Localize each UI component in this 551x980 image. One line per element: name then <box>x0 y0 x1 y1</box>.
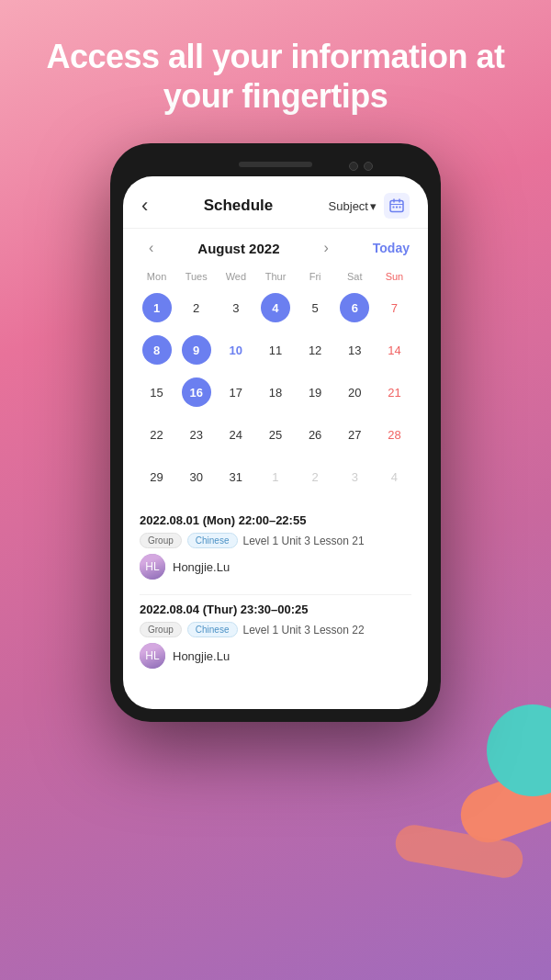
phone-notch <box>123 156 428 176</box>
cal-day-10[interactable]: 10 <box>217 330 254 370</box>
subject-button[interactable]: Subject ▾ <box>329 199 377 213</box>
schedule-list: 2022.08.01 (Mon) 22:00–22:55 Group Chine… <box>123 506 428 709</box>
cal-day-9[interactable]: 9 <box>177 330 215 370</box>
phone-screen: ‹ Schedule Subject ▾ <box>123 176 428 709</box>
lesson-title-2: Level 1 Unit 3 Lesson 22 <box>243 624 365 636</box>
teacher-name-2: Hongjie.Lu <box>173 649 230 663</box>
teacher-name-1: Hongjie.Lu <box>173 560 230 574</box>
schedule-item-2: 2022.08.04 (Thur) 23:30–00:25 Group Chin… <box>140 603 411 669</box>
today-button[interactable]: Today <box>373 241 410 255</box>
calendar-month-year: August 2022 <box>197 241 279 256</box>
hero-text: Access all your information at your fing… <box>0 0 551 134</box>
teacher-row-2: HL Hongjie.Lu <box>140 643 411 669</box>
weekday-tues: Tues <box>177 267 215 286</box>
cal-day-31[interactable]: 31 <box>217 456 254 497</box>
weekday-mon: Mon <box>138 267 175 286</box>
calendar-section: ‹ August 2022 › Today Mon Tues Wed Thur … <box>123 229 428 506</box>
svg-rect-6 <box>399 207 400 208</box>
cal-day-19[interactable]: 19 <box>297 372 334 412</box>
weekday-wed: Wed <box>217 267 254 286</box>
cal-day-sep-2[interactable]: 2 <box>297 456 334 497</box>
cal-day-6[interactable]: 6 <box>336 287 374 328</box>
cal-day-25[interactable]: 25 <box>256 414 294 455</box>
camera-dot-2 <box>364 162 373 171</box>
app-title: Schedule <box>204 197 274 215</box>
app-header: ‹ Schedule Subject ▾ <box>123 176 428 229</box>
cal-day-30[interactable]: 30 <box>177 456 215 497</box>
divider-1 <box>140 594 411 595</box>
weekday-fri: Fri <box>297 267 334 286</box>
cal-day-22[interactable]: 22 <box>138 414 175 455</box>
back-button[interactable]: ‹ <box>141 194 148 218</box>
cal-day-13[interactable]: 13 <box>336 330 374 370</box>
weekday-sun: Sun <box>376 267 413 286</box>
cal-day-21[interactable]: 21 <box>376 372 413 412</box>
cal-day-sep-1[interactable]: 1 <box>256 456 294 497</box>
cal-day-11[interactable]: 11 <box>256 330 294 370</box>
teacher-avatar-1: HL <box>140 554 165 580</box>
lesson-title-1: Level 1 Unit 3 Lesson 21 <box>243 535 365 547</box>
cal-day-27[interactable]: 27 <box>336 414 374 455</box>
cal-day-4[interactable]: 4 <box>256 287 294 328</box>
calendar-grid: Mon Tues Wed Thur Fri Sat Sun 1 2 3 4 5 … <box>138 267 413 497</box>
cal-day-5[interactable]: 5 <box>297 287 334 328</box>
teacher-row-1: HL Hongjie.Lu <box>140 554 411 580</box>
calendar-nav: ‹ August 2022 › Today <box>138 238 413 258</box>
tag-group-2: Group <box>140 622 182 637</box>
avatar-inner-2: HL <box>140 643 165 669</box>
cal-day-24[interactable]: 24 <box>217 414 254 455</box>
svg-rect-4 <box>392 207 394 208</box>
cal-day-3[interactable]: 3 <box>217 287 254 328</box>
avatar-inner-1: HL <box>140 554 165 580</box>
cal-day-18[interactable]: 18 <box>256 372 294 412</box>
schedule-tags-1: Group Chinese Level 1 Unit 3 Lesson 21 <box>140 533 411 548</box>
cal-day-28[interactable]: 28 <box>376 414 413 455</box>
phone-mockup: ‹ Schedule Subject ▾ <box>110 143 441 722</box>
cal-day-15[interactable]: 15 <box>138 372 175 412</box>
tag-chinese-1: Chinese <box>187 533 238 548</box>
cal-day-20[interactable]: 20 <box>336 372 374 412</box>
phone-speaker <box>239 162 312 167</box>
cal-day-17[interactable]: 17 <box>217 372 254 412</box>
next-month-button[interactable]: › <box>316 238 335 258</box>
header-right: Subject ▾ <box>329 193 410 219</box>
svg-rect-5 <box>396 207 398 208</box>
cal-day-12[interactable]: 12 <box>297 330 334 370</box>
cal-day-2[interactable]: 2 <box>177 287 215 328</box>
schedule-item-1: 2022.08.01 (Mon) 22:00–22:55 Group Chine… <box>140 513 411 580</box>
cal-day-1[interactable]: 1 <box>138 287 175 328</box>
schedule-tags-2: Group Chinese Level 1 Unit 3 Lesson 22 <box>140 622 411 637</box>
schedule-date-1: 2022.08.01 (Mon) 22:00–22:55 <box>140 513 411 527</box>
tag-chinese-2: Chinese <box>187 622 238 637</box>
cal-day-29[interactable]: 29 <box>138 456 175 497</box>
schedule-date-2: 2022.08.04 (Thur) 23:30–00:25 <box>140 603 411 616</box>
cal-day-sep-4[interactable]: 4 <box>376 456 413 497</box>
teacher-avatar-2: HL <box>140 643 165 669</box>
cal-day-26[interactable]: 26 <box>297 414 334 455</box>
camera-dot-1 <box>349 162 358 171</box>
cal-day-sep-3[interactable]: 3 <box>336 456 374 497</box>
phone-camera <box>349 162 373 171</box>
cal-day-23[interactable]: 23 <box>177 414 215 455</box>
weekday-thur: Thur <box>256 267 294 286</box>
prev-month-button[interactable]: ‹ <box>141 238 161 258</box>
cal-day-14[interactable]: 14 <box>376 330 413 370</box>
tag-group-1: Group <box>140 533 182 548</box>
subject-label: Subject <box>329 199 368 213</box>
calendar-icon[interactable] <box>384 193 410 219</box>
weekday-sat: Sat <box>336 267 374 286</box>
cal-day-8[interactable]: 8 <box>138 330 175 370</box>
cal-day-16[interactable]: 16 <box>177 372 215 412</box>
phone-container: ‹ Schedule Subject ▾ <box>0 143 551 722</box>
cal-day-7[interactable]: 7 <box>376 287 413 328</box>
subject-arrow: ▾ <box>370 199 377 213</box>
